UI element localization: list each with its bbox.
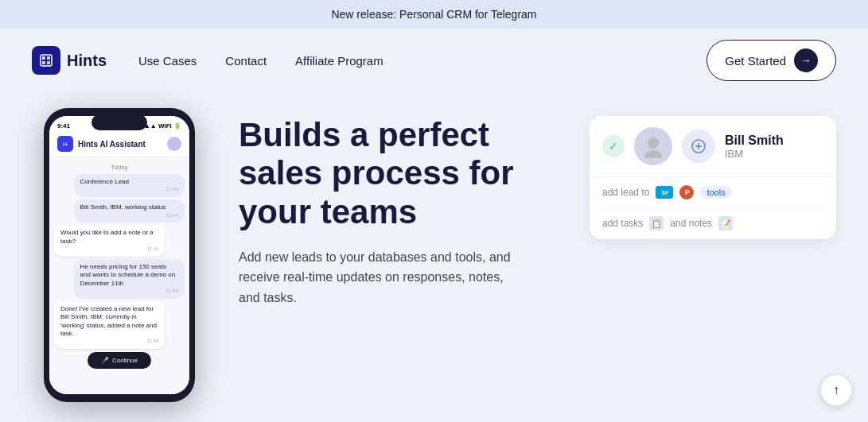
phone-app-icon: H — [57, 136, 73, 152]
crm-add-tasks-row: add tasks 📋 and notes 📝 — [590, 208, 836, 239]
crm-card-header: ✓ Bil — [590, 116, 836, 177]
svg-text:SF: SF — [662, 190, 670, 196]
phone-time: 9:41 — [57, 122, 70, 130]
salesforce-icon: SF — [656, 186, 673, 199]
add-tasks-label: add tasks — [602, 218, 643, 229]
arrow-circle-icon: → — [794, 48, 818, 72]
crm-tool-icon — [682, 130, 715, 163]
notes-icon: 📝 — [718, 216, 733, 230]
message-5: Done! I've created a new lead for Bill S… — [54, 301, 165, 349]
nav-use-cases[interactable]: Use Cases — [138, 54, 197, 68]
scroll-top-button[interactable]: ↑ — [820, 374, 852, 406]
announcement-bar: New release: Personal CRM for Telegram — [0, 0, 868, 29]
tools-badge: tools — [700, 186, 731, 199]
crm-card-wrap: ✓ Bil — [590, 108, 836, 239]
add-lead-label: add lead to — [602, 187, 649, 198]
product-hunt-icon: P — [679, 185, 694, 199]
phone-chat-title: Hints AI Assistant — [78, 140, 146, 149]
phone-signal-icons: ▲▲ WiFi 🔋 — [144, 122, 181, 130]
phone-notch — [91, 114, 147, 130]
crm-person-name: Bill Smith — [725, 134, 823, 148]
and-notes-label: and notes — [670, 218, 712, 229]
scroll-top-icon: ↑ — [833, 383, 839, 397]
get-started-button[interactable]: Get Started → — [706, 40, 836, 81]
hero-title: Builds a perfect sales process for your … — [239, 116, 566, 231]
logo-text: Hints — [67, 52, 107, 70]
announcement-text: New release: Personal CRM for Telegram — [331, 8, 536, 21]
message-2: Bill Smith, IBM, working status 11:44 — [74, 199, 185, 223]
logo-icon — [32, 46, 60, 75]
crm-card: ✓ Bil — [590, 116, 836, 239]
hero-text: Builds a perfect sales process for your … — [239, 108, 566, 308]
svg-point-2 — [644, 150, 662, 158]
hero-description: Add new leads to your databases and tool… — [239, 247, 525, 308]
right-section: Builds a perfect sales process for your … — [239, 108, 836, 308]
check-icon: ✓ — [602, 135, 625, 157]
phone-user-avatar — [167, 137, 181, 151]
phone-mockup: 9:41 ▲▲ WiFi 🔋 H Hints AI Assistant Toda… — [44, 108, 195, 402]
message-4: He needs pricing for 150 seats and wants… — [74, 259, 185, 299]
nav-affiliate[interactable]: Affiliate Program — [295, 54, 383, 68]
phone-screen: 9:41 ▲▲ WiFi 🔋 H Hints AI Assistant Toda… — [49, 116, 189, 394]
phone-chat-header: H Hints AI Assistant — [49, 133, 189, 157]
phone-date-label: Today — [54, 164, 185, 171]
message-3: Would you like to add a note or a task? … — [54, 225, 165, 257]
tasks-icon: 📋 — [649, 216, 664, 230]
crm-add-lead-row: add lead to SF P tools — [590, 177, 836, 208]
continue-button[interactable]: 🎤 Continue — [88, 352, 151, 369]
person-avatar — [634, 127, 672, 165]
crm-person-company: IBM — [725, 148, 823, 160]
logo[interactable]: Hints — [32, 46, 107, 75]
crm-person-info: Bill Smith IBM — [725, 134, 823, 160]
nav-links: Use Cases Contact Affiliate Program — [138, 54, 675, 68]
navbar: Hints Use Cases Contact Affiliate Progra… — [0, 29, 868, 92]
message-1: Conference Lead 11:43 — [74, 174, 185, 197]
svg-point-1 — [648, 137, 659, 149]
main-content: 9:41 ▲▲ WiFi 🔋 H Hints AI Assistant Toda… — [0, 92, 868, 402]
phone-mockup-wrap: 9:41 ▲▲ WiFi 🔋 H Hints AI Assistant Toda… — [32, 108, 207, 402]
phone-messages-area[interactable]: Today Conference Lead 11:43 Bill Smith, … — [49, 157, 189, 394]
nav-contact[interactable]: Contact — [225, 54, 267, 68]
